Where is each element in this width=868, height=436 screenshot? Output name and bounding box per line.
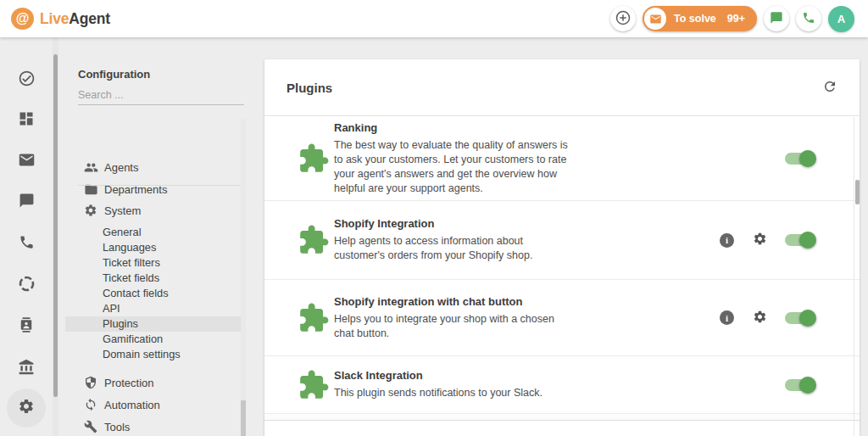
config-subitem-api[interactable]: API	[65, 301, 246, 316]
to-solve-button[interactable]: To solve 99+	[643, 6, 757, 31]
plugins-panel: Plugins Ranking The best way to evaluate…	[264, 59, 860, 436]
plugin-description: The best way to evaluate the quality of …	[334, 138, 576, 196]
plugin-toggle-on[interactable]	[785, 153, 814, 165]
sidebar-item-configuration-active[interactable]	[7, 388, 46, 428]
system-gear-icon	[83, 203, 98, 218]
config-scrollbar-thumb[interactable]	[241, 400, 246, 436]
sidebar-item-billing-icon[interactable]	[16, 357, 36, 377]
plugin-name: Shopify Integration	[334, 217, 576, 230]
plugin-row: Ranking The best way to evaluate the qua…	[264, 116, 860, 201]
config-item-tools[interactable]: Tools	[65, 416, 246, 436]
logo-text: LiveAgent	[40, 10, 110, 28]
plugin-toggle-on[interactable]	[785, 379, 814, 391]
toggle-knob	[799, 232, 816, 249]
add-button[interactable]	[610, 6, 636, 31]
sidebar-item-dashboard-icon[interactable]	[16, 109, 36, 129]
puzzle-icon	[297, 142, 331, 176]
icon-sidebar	[0, 37, 53, 436]
config-panel-title: Configuration	[78, 68, 150, 81]
liveagent-logo[interactable]: @ LiveAgent	[11, 8, 110, 30]
logo-speech-bubble-icon: @	[11, 8, 34, 30]
puzzle-icon	[297, 223, 331, 257]
sidebar-item-loop-icon[interactable]	[16, 273, 36, 293]
avatar-letter: A	[837, 13, 845, 25]
toggle-knob	[799, 310, 816, 327]
plugin-description: Help agents to access information about …	[334, 234, 576, 263]
gear-icon	[753, 310, 767, 327]
config-item-agents[interactable]: Agents	[65, 156, 246, 178]
plugin-name: Shopify integration with chat button	[334, 295, 576, 308]
info-icon[interactable]: i	[720, 310, 734, 325]
puzzle-icon	[297, 368, 331, 402]
config-subitem-contact-fields[interactable]: Contact fields	[65, 286, 246, 301]
plugins-scrollbar-thumb[interactable]	[855, 180, 860, 204]
config-subitem-plugins-selected[interactable]: Plugins	[65, 316, 246, 332]
config-divider	[78, 185, 244, 186]
left-nav-scrollbar[interactable]	[53, 37, 58, 436]
chats-button[interactable]	[764, 6, 789, 31]
plugin-settings-button[interactable]	[752, 310, 767, 326]
shield-icon	[83, 375, 98, 390]
refresh-icon	[822, 79, 837, 97]
plugin-description: This plugin sends notifications to your …	[334, 386, 542, 400]
config-subitem-ticket-filters[interactable]: Ticket filters	[65, 255, 246, 271]
plugin-row-partial	[264, 421, 860, 436]
sidebar-item-contacts-icon[interactable]	[16, 315, 36, 335]
config-subitem-languages[interactable]: Languages	[65, 240, 246, 255]
to-solve-label: To solve	[674, 13, 716, 25]
top-header: @ LiveAgent To solve 99+ A	[0, 0, 868, 37]
config-item-system[interactable]: System	[65, 199, 246, 221]
toggle-knob	[799, 150, 816, 167]
config-scrollbar[interactable]	[241, 119, 246, 436]
plugins-scrollbar[interactable]	[854, 117, 860, 436]
gear-icon	[753, 232, 767, 249]
config-item-protection[interactable]: Protection	[65, 372, 246, 394]
chat-bubble-icon	[770, 11, 783, 27]
list-section-gap	[264, 414, 860, 421]
sidebar-item-tickets-check-icon[interactable]	[16, 68, 36, 88]
phone-icon	[802, 11, 815, 27]
wrench-icon	[83, 419, 98, 434]
config-subitem-gamification[interactable]: Gamification	[65, 332, 246, 347]
config-search-input[interactable]	[78, 85, 244, 105]
config-subitem-ticket-fields[interactable]: Ticket fields	[65, 271, 246, 286]
plugins-panel-header: Plugins	[264, 59, 860, 116]
calls-button[interactable]	[796, 6, 821, 31]
config-item-label: Protection	[104, 377, 154, 389]
plugin-toggle-on[interactable]	[785, 234, 814, 246]
info-icon[interactable]: i	[720, 233, 734, 248]
gear-icon	[18, 398, 35, 418]
sidebar-item-chat-icon[interactable]	[16, 190, 36, 210]
plugin-toggle-on[interactable]	[785, 312, 814, 324]
user-avatar[interactable]: A	[828, 6, 854, 32]
plugin-name: Slack Integration	[334, 369, 542, 382]
sidebar-item-phone-icon[interactable]	[16, 232, 36, 252]
page-title: Plugins	[287, 81, 332, 95]
plugin-row: Shopify Integration Help agents to acces…	[264, 201, 860, 280]
config-item-departments[interactable]: Departments	[65, 178, 246, 200]
logo-at-glyph: @	[16, 11, 30, 26]
config-item-label: Tools	[104, 421, 130, 433]
plugin-settings-button[interactable]	[752, 232, 767, 248]
config-subitem-general[interactable]: General	[65, 225, 246, 240]
plus-circle-icon	[615, 9, 632, 29]
plugin-row: Slack Integration This plugin sends noti…	[264, 356, 860, 414]
header-actions: To solve 99+ A	[610, 6, 854, 32]
sidebar-item-mail-icon[interactable]	[16, 149, 36, 170]
refresh-button[interactable]	[819, 76, 841, 98]
toggle-knob	[799, 377, 816, 394]
puzzle-icon	[297, 301, 331, 335]
plugin-name: Ranking	[334, 121, 576, 134]
left-nav-scrollbar-thumb[interactable]	[53, 54, 58, 397]
config-subitem-domain-settings[interactable]: Domain settings	[65, 347, 246, 362]
to-solve-count-badge: 99+	[727, 13, 745, 25]
plugin-row: Shopify integration with chat button Hel…	[264, 280, 860, 356]
agents-group-icon	[83, 159, 98, 175]
config-item-automation[interactable]: Automation	[65, 394, 246, 416]
folder-icon	[83, 182, 98, 197]
mail-badge-icon	[644, 8, 666, 30]
plugin-description: Helps you to integrate your shop with a …	[334, 312, 576, 341]
config-panel: Configuration Agents Departments System …	[65, 37, 246, 436]
sync-icon	[83, 397, 98, 412]
config-item-label: Agents	[104, 161, 138, 174]
